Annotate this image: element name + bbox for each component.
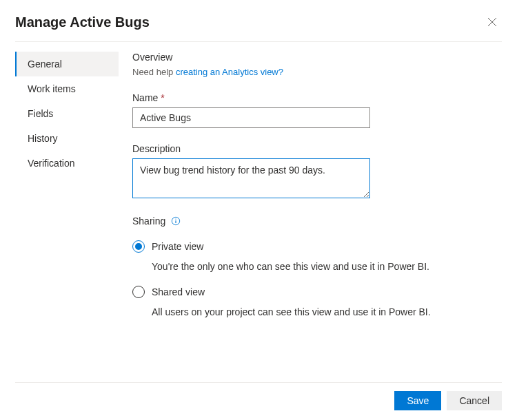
sidebar: General Work items Fields History Verifi…	[15, 52, 119, 333]
radio-shared-desc: All users on your project can see this v…	[152, 306, 495, 317]
page-title: Manage Active Bugs	[15, 14, 150, 30]
radio-shared-view[interactable]: Shared view	[132, 286, 495, 298]
help-prefix: Need help	[132, 67, 176, 77]
close-icon	[487, 17, 498, 28]
radio-private-label: Private view	[152, 241, 203, 252]
tab-verification[interactable]: Verification	[15, 151, 119, 176]
radio-shared-label: Shared view	[152, 286, 205, 297]
save-button[interactable]: Save	[394, 391, 441, 410]
name-label-text: Name	[132, 92, 158, 103]
radio-private-desc: You're the only one who can see this vie…	[152, 261, 495, 272]
sharing-label-text: Sharing	[132, 216, 165, 227]
name-label: Name *	[132, 92, 495, 103]
cancel-button[interactable]: Cancel	[447, 391, 502, 410]
name-input[interactable]	[132, 107, 370, 128]
sharing-label: Sharing	[132, 216, 495, 227]
info-icon[interactable]	[171, 216, 181, 226]
footer: Save Cancel	[15, 382, 502, 410]
description-label: Description	[132, 143, 495, 154]
required-indicator: *	[161, 92, 164, 103]
radio-private-view[interactable]: Private view	[132, 240, 495, 253]
tab-general[interactable]: General	[15, 52, 119, 76]
close-button[interactable]	[483, 12, 502, 32]
tab-history[interactable]: History	[15, 126, 119, 151]
radio-circle-unselected	[132, 286, 145, 298]
tab-fields[interactable]: Fields	[15, 101, 119, 126]
tab-work-items[interactable]: Work items	[15, 76, 119, 101]
help-text: Need help creating an Analytics view?	[132, 67, 495, 77]
help-link[interactable]: creating an Analytics view?	[176, 67, 283, 77]
description-input[interactable]	[132, 158, 370, 198]
svg-point-4	[176, 218, 176, 219]
radio-circle-selected	[132, 240, 145, 253]
overview-heading: Overview	[132, 52, 495, 63]
